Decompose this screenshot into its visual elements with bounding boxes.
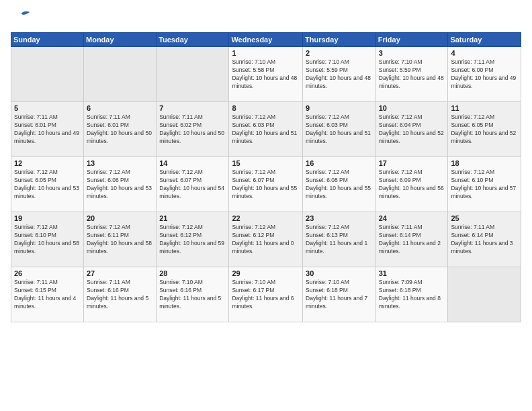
day-number: 16 [306, 159, 373, 167]
day-detail: Sunrise: 7:11 AMSunset: 6:14 PMDaylight:… [379, 224, 445, 256]
day-number: 10 [379, 104, 445, 112]
day-number: 13 [87, 159, 153, 167]
day-detail: Sunrise: 7:12 AMSunset: 6:13 PMDaylight:… [306, 224, 373, 256]
calendar-cell: 9Sunrise: 7:12 AMSunset: 6:03 PMDaylight… [303, 102, 376, 157]
day-number: 2 [306, 49, 373, 57]
calendar-cell: 16Sunrise: 7:12 AMSunset: 6:08 PMDayligh… [303, 157, 376, 212]
calendar-cell [448, 267, 521, 322]
calendar-cell: 13Sunrise: 7:12 AMSunset: 6:06 PMDayligh… [84, 157, 157, 212]
calendar-cell: 1Sunrise: 7:10 AMSunset: 5:58 PMDaylight… [229, 47, 303, 102]
calendar-cell: 15Sunrise: 7:12 AMSunset: 6:07 PMDayligh… [229, 157, 303, 212]
calendar-cell: 22Sunrise: 7:12 AMSunset: 6:12 PMDayligh… [229, 212, 303, 267]
weekday-header-friday: Friday [375, 33, 448, 47]
day-number: 9 [306, 104, 373, 112]
calendar-cell: 19Sunrise: 7:12 AMSunset: 6:10 PMDayligh… [11, 212, 84, 267]
weekday-header-tuesday: Tuesday [157, 33, 229, 47]
day-detail: Sunrise: 7:12 AMSunset: 6:03 PMDaylight:… [232, 113, 300, 146]
day-number: 3 [379, 49, 445, 57]
weekday-header-row: SundayMondayTuesdayWednesdayThursdayFrid… [11, 33, 521, 47]
calendar-cell: 23Sunrise: 7:12 AMSunset: 6:13 PMDayligh… [303, 212, 376, 267]
calendar-cell: 4Sunrise: 7:11 AMSunset: 6:00 PMDaylight… [448, 47, 521, 102]
day-detail: Sunrise: 7:12 AMSunset: 6:05 PMDaylight:… [451, 113, 518, 146]
day-number: 12 [14, 159, 81, 167]
day-number: 5 [14, 104, 81, 112]
day-detail: Sunrise: 7:10 AMSunset: 5:58 PMDaylight:… [232, 58, 300, 91]
day-detail: Sunrise: 7:09 AMSunset: 6:18 PMDaylight:… [379, 279, 445, 311]
day-number: 6 [87, 104, 153, 112]
weekday-header-monday: Monday [84, 33, 157, 47]
day-number: 7 [159, 104, 226, 112]
calendar-week-row: 5Sunrise: 7:11 AMSunset: 6:01 PMDaylight… [11, 102, 521, 157]
logo [11, 11, 31, 26]
day-detail: Sunrise: 7:12 AMSunset: 6:12 PMDaylight:… [159, 224, 226, 256]
day-number: 4 [451, 49, 518, 57]
day-number: 22 [232, 214, 300, 222]
logo-bird-icon [12, 11, 31, 26]
calendar-cell: 27Sunrise: 7:11 AMSunset: 6:16 PMDayligh… [84, 267, 157, 322]
day-detail: Sunrise: 7:12 AMSunset: 6:12 PMDaylight:… [232, 224, 300, 256]
day-detail: Sunrise: 7:12 AMSunset: 6:10 PMDaylight:… [451, 169, 518, 201]
day-number: 27 [87, 269, 153, 277]
calendar-cell: 20Sunrise: 7:12 AMSunset: 6:11 PMDayligh… [84, 212, 157, 267]
calendar-week-row: 26Sunrise: 7:11 AMSunset: 6:15 PMDayligh… [11, 267, 521, 322]
day-detail: Sunrise: 7:12 AMSunset: 6:05 PMDaylight:… [14, 169, 81, 201]
day-detail: Sunrise: 7:11 AMSunset: 6:00 PMDaylight:… [451, 58, 518, 91]
calendar-cell [11, 47, 84, 102]
calendar-cell: 26Sunrise: 7:11 AMSunset: 6:15 PMDayligh… [11, 267, 84, 322]
day-number: 23 [306, 214, 373, 222]
calendar-week-row: 1Sunrise: 7:10 AMSunset: 5:58 PMDaylight… [11, 47, 521, 102]
day-detail: Sunrise: 7:12 AMSunset: 6:08 PMDaylight:… [306, 169, 373, 201]
day-detail: Sunrise: 7:11 AMSunset: 6:02 PMDaylight:… [159, 113, 226, 146]
day-detail: Sunrise: 7:12 AMSunset: 6:03 PMDaylight:… [306, 113, 373, 146]
calendar-cell: 29Sunrise: 7:10 AMSunset: 6:17 PMDayligh… [229, 267, 303, 322]
calendar-cell: 21Sunrise: 7:12 AMSunset: 6:12 PMDayligh… [157, 212, 229, 267]
day-detail: Sunrise: 7:11 AMSunset: 6:01 PMDaylight:… [87, 113, 153, 146]
day-detail: Sunrise: 7:12 AMSunset: 6:04 PMDaylight:… [379, 113, 445, 146]
calendar-cell: 10Sunrise: 7:12 AMSunset: 6:04 PMDayligh… [375, 102, 448, 157]
day-number: 28 [159, 269, 226, 277]
day-detail: Sunrise: 7:11 AMSunset: 6:15 PMDaylight:… [14, 279, 81, 311]
day-number: 30 [306, 269, 373, 277]
day-detail: Sunrise: 7:12 AMSunset: 6:11 PMDaylight:… [87, 224, 153, 256]
day-number: 18 [451, 159, 518, 167]
weekday-header-sunday: Sunday [11, 33, 84, 47]
calendar-cell: 8Sunrise: 7:12 AMSunset: 6:03 PMDaylight… [229, 102, 303, 157]
calendar-cell: 3Sunrise: 7:10 AMSunset: 5:59 PMDaylight… [375, 47, 448, 102]
weekday-header-saturday: Saturday [448, 33, 521, 47]
calendar-cell: 11Sunrise: 7:12 AMSunset: 6:05 PMDayligh… [448, 102, 521, 157]
calendar-cell: 12Sunrise: 7:12 AMSunset: 6:05 PMDayligh… [11, 157, 84, 212]
day-number: 31 [379, 269, 445, 277]
header [11, 11, 521, 26]
day-number: 17 [379, 159, 445, 167]
day-detail: Sunrise: 7:12 AMSunset: 6:06 PMDaylight:… [87, 169, 153, 201]
day-number: 14 [159, 159, 226, 167]
day-detail: Sunrise: 7:10 AMSunset: 5:59 PMDaylight:… [306, 58, 373, 91]
calendar-cell: 18Sunrise: 7:12 AMSunset: 6:10 PMDayligh… [448, 157, 521, 212]
day-number: 20 [87, 214, 153, 222]
day-detail: Sunrise: 7:11 AMSunset: 6:01 PMDaylight:… [14, 113, 81, 146]
day-number: 26 [14, 269, 81, 277]
calendar-table: SundayMondayTuesdayWednesdayThursdayFrid… [11, 32, 521, 322]
day-number: 24 [379, 214, 445, 222]
day-detail: Sunrise: 7:11 AMSunset: 6:14 PMDaylight:… [451, 224, 518, 256]
day-number: 29 [232, 269, 300, 277]
calendar-cell: 14Sunrise: 7:12 AMSunset: 6:07 PMDayligh… [157, 157, 229, 212]
calendar-cell: 2Sunrise: 7:10 AMSunset: 5:59 PMDaylight… [303, 47, 376, 102]
day-number: 21 [159, 214, 226, 222]
calendar-cell: 28Sunrise: 7:10 AMSunset: 6:16 PMDayligh… [157, 267, 229, 322]
calendar-cell: 24Sunrise: 7:11 AMSunset: 6:14 PMDayligh… [375, 212, 448, 267]
calendar-cell: 7Sunrise: 7:11 AMSunset: 6:02 PMDaylight… [157, 102, 229, 157]
day-number: 1 [232, 49, 300, 57]
calendar-week-row: 12Sunrise: 7:12 AMSunset: 6:05 PMDayligh… [11, 157, 521, 212]
day-detail: Sunrise: 7:10 AMSunset: 6:17 PMDaylight:… [232, 279, 300, 311]
calendar-cell: 25Sunrise: 7:11 AMSunset: 6:14 PMDayligh… [448, 212, 521, 267]
calendar-cell: 6Sunrise: 7:11 AMSunset: 6:01 PMDaylight… [84, 102, 157, 157]
calendar-cell: 17Sunrise: 7:12 AMSunset: 6:09 PMDayligh… [375, 157, 448, 212]
day-number: 8 [232, 104, 300, 112]
calendar-week-row: 19Sunrise: 7:12 AMSunset: 6:10 PMDayligh… [11, 212, 521, 267]
day-number: 19 [14, 214, 81, 222]
day-number: 15 [232, 159, 300, 167]
day-detail: Sunrise: 7:10 AMSunset: 5:59 PMDaylight:… [379, 58, 445, 91]
day-number: 11 [451, 104, 518, 112]
day-detail: Sunrise: 7:12 AMSunset: 6:07 PMDaylight:… [232, 169, 300, 201]
